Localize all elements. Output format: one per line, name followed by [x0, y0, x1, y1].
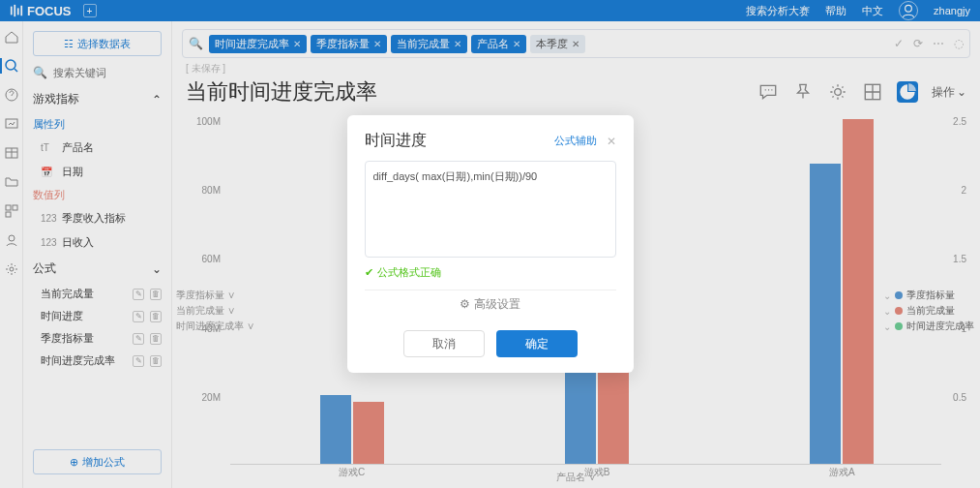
check-icon: ✔	[365, 266, 373, 279]
confirm-button[interactable]: 确定	[496, 330, 578, 357]
status-text: 公式格式正确	[377, 265, 441, 280]
formula-status: ✔ 公式格式正确	[365, 265, 616, 280]
advanced-label: 高级设置	[474, 297, 520, 311]
formula-modal: 时间进度 公式辅助 ✕ diff_days( max(日期),min(日期))/…	[347, 115, 634, 373]
formula-helper-link[interactable]: 公式辅助	[554, 134, 597, 148]
formula-input[interactable]: diff_days( max(日期),min(日期))/90	[365, 161, 616, 258]
close-icon[interactable]: ✕	[607, 135, 616, 148]
modal-title: 时间进度	[365, 131, 427, 151]
modal-overlay: 时间进度 公式辅助 ✕ diff_days( max(日期),min(日期))/…	[0, 0, 980, 488]
advanced-settings[interactable]: ⚙ 高级设置	[365, 290, 616, 319]
gear-icon: ⚙	[460, 297, 470, 311]
cancel-button[interactable]: 取消	[403, 330, 485, 357]
